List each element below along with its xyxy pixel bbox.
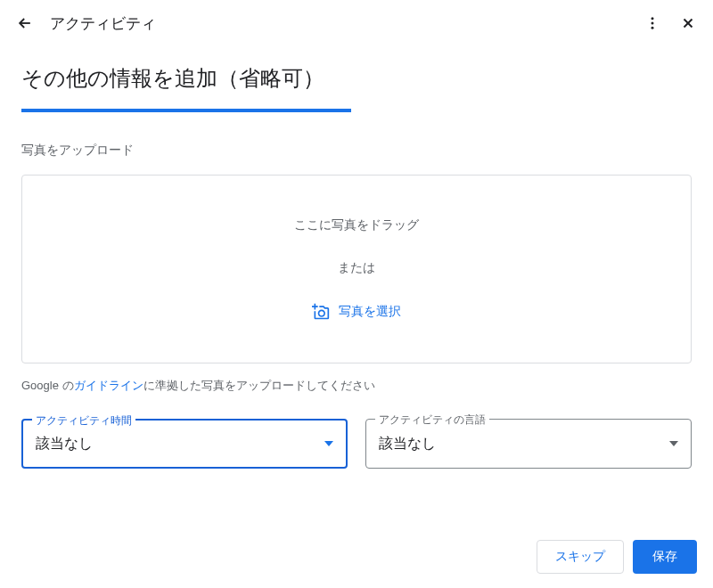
page-title: その他の情報を追加（省略可）: [21, 64, 692, 93]
language-select-wrapper: アクティビティの言語 該当なし: [365, 419, 692, 469]
upload-or-text: または: [338, 260, 375, 276]
arrow-left-icon: [16, 14, 34, 32]
upload-dropzone[interactable]: ここに写真をドラッグ または 写真を選択: [21, 175, 692, 363]
svg-point-1: [652, 22, 654, 25]
selects-row: アクティビティ時間 該当なし アクティビティの言語 該当なし: [21, 419, 692, 469]
svg-point-2: [652, 27, 654, 29]
duration-select[interactable]: アクティビティ時間 該当なし: [21, 419, 348, 469]
caret-down-icon: [324, 441, 333, 446]
language-select-label: アクティビティの言語: [375, 412, 489, 428]
header-title: アクティビティ: [50, 13, 156, 34]
close-icon: [680, 15, 696, 31]
add-photo-icon: [312, 303, 330, 321]
footer: スキップ 保存: [537, 540, 697, 574]
skip-button[interactable]: スキップ: [537, 540, 624, 574]
duration-select-wrapper: アクティビティ時間 該当なし: [21, 419, 348, 469]
header-actions: [638, 9, 702, 37]
duration-select-label: アクティビティ時間: [32, 413, 135, 429]
progress-indicator: [21, 109, 351, 112]
close-button[interactable]: [674, 9, 702, 37]
upload-drag-text: ここに写真をドラッグ: [294, 217, 419, 233]
more-button[interactable]: [638, 9, 667, 37]
guideline-prefix: Google の: [21, 379, 74, 392]
duration-select-value: 該当なし: [36, 435, 93, 453]
select-photo-button[interactable]: 写真を選択: [312, 303, 401, 321]
guideline-text: Google のガイドラインに準拠した写真をアップロードしてください: [21, 378, 692, 394]
guideline-link[interactable]: ガイドライン: [74, 379, 143, 392]
main-content: その他の情報を追加（省略可） 写真をアップロード ここに写真をドラッグ または …: [0, 46, 713, 486]
svg-point-0: [652, 17, 654, 20]
save-button[interactable]: 保存: [633, 540, 697, 574]
header: アクティビティ: [0, 0, 713, 46]
more-vertical-icon: [644, 15, 660, 31]
select-photo-label: 写真を選択: [339, 304, 401, 320]
caret-down-icon: [669, 441, 678, 446]
language-select-value: 該当なし: [379, 435, 436, 453]
upload-label: 写真をアップロード: [21, 143, 692, 159]
language-select[interactable]: アクティビティの言語 該当なし: [365, 419, 692, 469]
back-button[interactable]: [14, 12, 36, 34]
guideline-suffix: に準拠した写真をアップロードしてください: [143, 379, 375, 392]
